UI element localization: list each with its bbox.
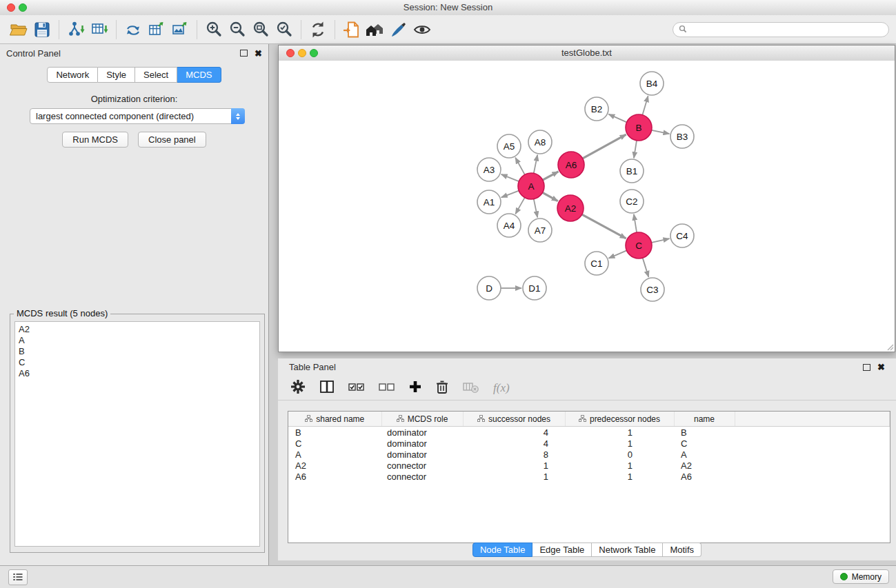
graph-node-A1[interactable]: A1 <box>477 190 501 214</box>
zoom-out-button[interactable] <box>226 18 249 41</box>
result-list-item[interactable]: B <box>19 346 256 357</box>
table-row[interactable]: A6connector11A6 <box>288 471 890 482</box>
result-list-item[interactable]: A <box>19 335 256 346</box>
table-row[interactable]: Cdominator41C <box>288 438 890 449</box>
graph-node-C3[interactable]: C3 <box>641 278 664 301</box>
deselect-all-button[interactable] <box>379 381 395 396</box>
select-all-button[interactable] <box>348 381 365 396</box>
table-row[interactable]: Bdominator41B <box>288 427 890 438</box>
column-header-mcds-role[interactable]: MCDS role <box>381 412 463 427</box>
float-table-panel-icon[interactable] <box>863 364 870 371</box>
graph-node-C2[interactable]: C2 <box>620 190 644 213</box>
tab-edge-table[interactable]: Edge Table <box>532 543 592 557</box>
graph-node-B4[interactable]: B4 <box>640 72 664 95</box>
open-session-button[interactable] <box>7 18 30 41</box>
memory-button[interactable]: Memory <box>833 569 889 584</box>
graph-node-A8[interactable]: A8 <box>528 130 552 154</box>
home-button[interactable] <box>364 18 387 41</box>
show-graphics-details-button[interactable] <box>410 18 434 41</box>
refresh-layout-button[interactable] <box>306 18 330 41</box>
tab-select[interactable]: Select <box>135 67 177 83</box>
graph-node-B2[interactable]: B2 <box>585 97 608 121</box>
tab-network[interactable]: Network <box>47 67 98 83</box>
node-table[interactable]: shared name MCDS role successor nodes pr… <box>288 411 890 543</box>
table-row[interactable]: Adominator80A <box>288 449 890 460</box>
column-selector-button[interactable] <box>319 379 335 397</box>
minimize-network-window-button[interactable] <box>298 49 306 57</box>
graph-node-C1[interactable]: C1 <box>585 252 608 275</box>
network-merge-button[interactable] <box>121 18 145 41</box>
graph-edge-B-B3[interactable] <box>652 130 670 134</box>
close-panel-icon[interactable]: ✖ <box>255 49 262 58</box>
graph-edge-A-A1[interactable] <box>501 191 519 198</box>
graph-node-D1[interactable]: D1 <box>523 276 546 300</box>
table-settings-button[interactable] <box>290 379 306 397</box>
delete-row-button[interactable] <box>435 379 449 397</box>
graph-node-A5[interactable]: A5 <box>497 134 521 158</box>
graph-node-B[interactable]: B <box>626 114 652 141</box>
resize-grip[interactable] <box>886 343 894 351</box>
search-input[interactable] <box>690 24 883 35</box>
result-list-item[interactable]: A2 <box>19 324 256 335</box>
tab-style[interactable]: Style <box>98 67 135 83</box>
graph-node-A2[interactable]: A2 <box>557 195 584 221</box>
apply-style-button[interactable] <box>387 18 410 41</box>
graph-edge-C-C1[interactable] <box>608 250 626 258</box>
zoom-fit-button[interactable] <box>249 18 272 41</box>
import-file-button[interactable] <box>340 18 364 41</box>
graph-edge-B-B1[interactable] <box>634 141 637 158</box>
graph-node-A3[interactable]: A3 <box>477 158 501 181</box>
graph-edge-C-C4[interactable] <box>652 239 670 243</box>
delete-table-button[interactable] <box>463 380 479 396</box>
save-session-button[interactable] <box>30 18 54 41</box>
task-history-button[interactable] <box>8 569 28 585</box>
zoom-in-button[interactable] <box>202 18 226 41</box>
graph-node-A4[interactable]: A4 <box>497 214 521 237</box>
run-mcds-button[interactable]: Run MCDS <box>62 132 128 148</box>
criterion-select[interactable]: largest connected component (directed) <box>30 108 245 124</box>
graph-edge-C-C2[interactable] <box>634 214 637 232</box>
float-panel-icon[interactable] <box>240 50 248 57</box>
graph-edge-C-C3[interactable] <box>643 258 649 277</box>
graph-edge-A-A8[interactable] <box>534 155 537 174</box>
tab-motifs[interactable]: Motifs <box>663 543 701 557</box>
close-table-panel-icon[interactable]: ✖ <box>877 363 885 372</box>
graph-edge-A-A6[interactable] <box>543 172 559 180</box>
import-network-button[interactable] <box>64 18 88 41</box>
tab-mcds[interactable]: MCDS <box>177 67 221 83</box>
column-header-shared-name[interactable]: shared name <box>288 412 381 427</box>
column-header-successor-nodes[interactable]: successor nodes <box>463 412 565 427</box>
network-canvas[interactable]: B4B2BB3A5A8A6B1A3AC2A1A2A4A7C4CC1C3DD1 <box>279 61 895 352</box>
close-network-window-button[interactable] <box>286 49 295 57</box>
graph-edge-A-A5[interactable] <box>515 158 525 175</box>
zoom-window-button[interactable] <box>19 3 27 12</box>
graph-edge-A2-C[interactable] <box>582 214 626 239</box>
zoom-network-window-button[interactable] <box>310 49 318 57</box>
table-row[interactable]: A2connector11A2 <box>288 460 890 471</box>
graph-node-B3[interactable]: B3 <box>670 125 694 148</box>
import-table-button[interactable] <box>88 18 111 41</box>
export-image-button[interactable] <box>168 18 192 41</box>
column-header-name[interactable]: name <box>674 412 735 427</box>
zoom-selected-button[interactable] <box>272 18 296 41</box>
tab-node-table[interactable]: Node Table <box>472 543 533 557</box>
graph-node-A7[interactable]: A7 <box>528 219 552 242</box>
close-window-button[interactable] <box>7 3 15 12</box>
export-table-button[interactable] <box>145 18 168 41</box>
graph-node-B1[interactable]: B1 <box>620 159 644 183</box>
graph-edge-A-A7[interactable] <box>534 199 537 218</box>
close-panel-button[interactable]: Close panel <box>138 132 206 148</box>
column-header-predecessor-nodes[interactable]: predecessor nodes <box>565 412 674 427</box>
graph-node-C4[interactable]: C4 <box>670 224 694 247</box>
graph-edge-A-A3[interactable] <box>501 174 519 181</box>
graph-node-D[interactable]: D <box>477 276 501 300</box>
graph-edge-B-B2[interactable] <box>608 114 626 123</box>
tab-network-table[interactable]: Network Table <box>592 543 663 557</box>
result-list-item[interactable]: A6 <box>19 368 256 379</box>
graph-node-A6[interactable]: A6 <box>558 152 584 178</box>
graph-edge-B-B4[interactable] <box>642 96 648 115</box>
mcds-result-list[interactable]: A2 A B C A6 <box>14 321 260 547</box>
graph-edge-A-A4[interactable] <box>515 198 524 214</box>
graph-node-C[interactable]: C <box>626 232 652 258</box>
function-builder-button[interactable]: f(x) <box>493 381 510 395</box>
